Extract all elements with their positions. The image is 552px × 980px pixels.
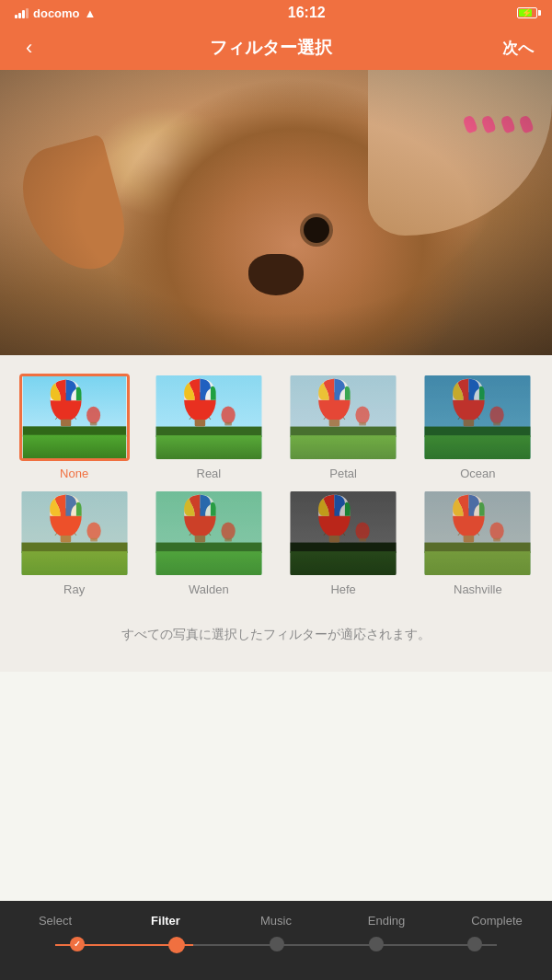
filter-item-ocean[interactable]: Ocean: [418, 374, 538, 480]
tab-bar: SelectFilterMusicEndingComplete: [0, 901, 552, 980]
filter-area: None Real: [0, 355, 552, 672]
status-bar: docomo ▲ 16:12 ⚡: [0, 0, 552, 26]
battery-icon: ⚡: [517, 7, 537, 18]
tab-dot-ending[interactable]: [369, 937, 384, 951]
carrier-name: docomo: [33, 6, 80, 20]
svg-point-7: [86, 407, 100, 424]
tab-dot-select[interactable]: [70, 937, 85, 951]
tab-dot-complete[interactable]: [467, 937, 482, 951]
filter-label-walden: Walden: [189, 582, 229, 596]
filter-item-none[interactable]: None: [14, 374, 134, 480]
wifi-icon: ▲: [85, 6, 97, 20]
svg-rect-47: [21, 491, 127, 575]
tab-dot-music[interactable]: [270, 937, 284, 951]
filter-item-ray[interactable]: Ray: [14, 490, 134, 596]
filter-item-walden[interactable]: Walden: [148, 490, 269, 596]
filter-item-nashville[interactable]: Nashville: [418, 490, 538, 596]
filter-label-hefe: Hefe: [330, 582, 355, 596]
svg-rect-77: [425, 491, 531, 575]
filter-thumb-ray: [19, 490, 130, 577]
tab-label-filter[interactable]: Filter: [138, 914, 193, 928]
svg-rect-57: [155, 491, 261, 575]
filter-label-petal: Petal: [329, 467, 357, 480]
filter-thumb-hefe: [288, 490, 398, 577]
filter-thumb-petal: [288, 374, 398, 461]
svg-rect-15: [195, 420, 205, 427]
filter-item-petal[interactable]: Petal: [283, 374, 404, 480]
status-left: docomo ▲: [15, 6, 96, 20]
filter-label-nashville: Nashville: [454, 582, 502, 596]
filter-item-real[interactable]: Real: [148, 374, 269, 480]
tab-progress: [0, 937, 552, 953]
filter-label-real: Real: [197, 467, 222, 480]
tab-label-music[interactable]: Music: [248, 914, 304, 928]
svg-rect-17: [224, 422, 232, 426]
status-time: 16:12: [288, 5, 326, 21]
filter-thumb-none: [19, 374, 130, 461]
signal-icon: [15, 8, 29, 18]
filter-label-ocean: Ocean: [460, 467, 495, 480]
svg-rect-11: [155, 435, 261, 459]
svg-rect-6: [61, 420, 71, 426]
svg-rect-2: [22, 435, 125, 458]
svg-rect-37: [425, 375, 531, 459]
filter-item-hefe[interactable]: Hefe: [283, 490, 404, 596]
tab-labels: SelectFilterMusicEndingComplete: [0, 914, 552, 928]
back-button[interactable]: ‹: [18, 29, 40, 67]
filter-thumb-real: [154, 374, 264, 461]
info-text: すべての写真に選択したフィルターが適応されます。: [14, 610, 538, 663]
tab-dots: [28, 937, 524, 953]
nav-bar: ‹ フィルター選択 次へ: [0, 26, 552, 70]
tab-label-select[interactable]: Select: [28, 914, 83, 928]
tab-label-ending[interactable]: Ending: [359, 914, 414, 928]
svg-rect-67: [291, 491, 397, 575]
filter-label-ray: Ray: [63, 582, 85, 596]
status-right: ⚡: [517, 7, 537, 18]
svg-point-16: [221, 407, 235, 424]
next-button[interactable]: 次へ: [502, 38, 534, 59]
svg-rect-8: [89, 422, 96, 426]
tab-label-complete[interactable]: Complete: [469, 914, 524, 928]
filter-thumb-nashville: [422, 490, 533, 577]
svg-rect-27: [291, 375, 397, 459]
filter-thumb-walden: [154, 490, 264, 577]
photo-preview: [0, 70, 552, 355]
filter-label-none: None: [60, 467, 88, 480]
filter-grid: None Real: [14, 374, 538, 596]
filter-thumb-ocean: [422, 374, 533, 461]
page-title: フィルター選択: [210, 36, 332, 60]
tab-dot-filter[interactable]: [168, 937, 185, 953]
